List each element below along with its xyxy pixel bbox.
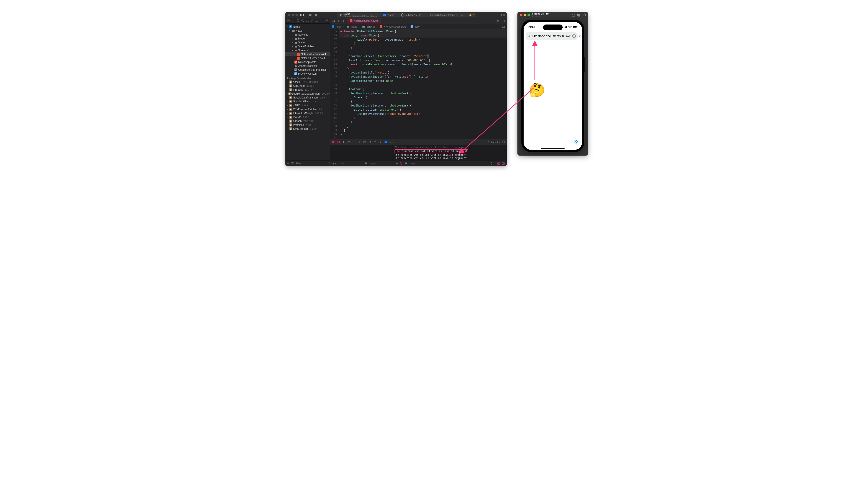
sim-rotate-icon[interactable] bbox=[583, 13, 586, 17]
tree-file-preview[interactable]: ▸◑Preview Content bbox=[285, 72, 330, 76]
reports-navigator-icon[interactable] bbox=[326, 19, 328, 22]
quicklook-icon[interactable] bbox=[341, 162, 344, 165]
debug-navigator-icon[interactable] bbox=[316, 19, 318, 22]
close-dot[interactable] bbox=[288, 14, 290, 16]
debug-view-icon[interactable] bbox=[363, 141, 366, 144]
warnings-indicator[interactable]: 2 bbox=[469, 14, 474, 16]
tree-package[interactable]: ▸▣SwiftProtobuf1.26.0 bbox=[285, 127, 330, 131]
zoom-dot[interactable] bbox=[296, 14, 298, 16]
scheme-activity-bar[interactable]: Notes #1 · Add "Notes for iOS" sample ap… bbox=[337, 13, 476, 17]
source-editor[interactable]: 35extension NotesListScreen: View {36 va… bbox=[330, 29, 507, 139]
tests-navigator-icon[interactable] bbox=[311, 19, 314, 22]
step-into-icon[interactable] bbox=[352, 141, 356, 144]
tree-file-noteslist[interactable]: 𝓢NotesListScreen.swift bbox=[285, 52, 330, 56]
tree-package[interactable]: ▸▣leveldb1.22.5 bbox=[285, 115, 330, 119]
tree-group-notes[interactable]: ▾Notes bbox=[285, 29, 330, 33]
jump-seg[interactable]: Notes bbox=[336, 25, 341, 28]
console-filter-icon[interactable] bbox=[404, 162, 408, 165]
navigator-tree[interactable]: ▾ANotes ▾Notes ▸Services ▸Model ▸Views ▸… bbox=[285, 24, 330, 160]
tree-package[interactable]: ▸▣GoogleDataTransport9.4.0 bbox=[285, 96, 330, 99]
jump-bar[interactable]: Notes〉 Notes〉 Screens〉 NotesListScreen.s… bbox=[330, 24, 507, 29]
debug-panel-right-icon[interactable] bbox=[502, 162, 505, 165]
tree-file-noteedit[interactable]: 𝓢NoteEditScreen.swift bbox=[285, 56, 330, 60]
editor-file-tab[interactable]: NotesListScreen.swift bbox=[347, 18, 381, 24]
tree-file-app[interactable]: 𝓢NotesApp.swift bbox=[285, 60, 330, 64]
console-quicklook-icon[interactable] bbox=[395, 162, 398, 165]
tree-folder-services[interactable]: ▸Services bbox=[285, 33, 330, 37]
find-navigator-icon[interactable] bbox=[301, 19, 304, 22]
related-items-icon[interactable] bbox=[332, 19, 335, 23]
tree-package[interactable]: ▸▣GoogleAppMeasurement10.24.0 bbox=[285, 92, 330, 96]
variables-view[interactable] bbox=[330, 145, 393, 161]
variables-scope[interactable]: Auto ⌄ bbox=[332, 162, 339, 165]
continue-icon[interactable] bbox=[342, 141, 345, 144]
console-types-icon[interactable] bbox=[400, 162, 403, 165]
jump-seg[interactable]: Screens bbox=[367, 25, 375, 28]
tree-folder-views[interactable]: ▸Views bbox=[285, 40, 330, 44]
env-overrides-icon[interactable] bbox=[373, 141, 376, 144]
tree-package[interactable]: ▸▣gRPC1.62.2 bbox=[285, 103, 330, 108]
source-control-navigator-icon[interactable] bbox=[292, 19, 295, 22]
tree-package[interactable]: ▸▣nanopb2.30910.0 bbox=[285, 119, 330, 123]
add-files-icon[interactable] bbox=[287, 161, 289, 165]
tree-folder-screens[interactable]: ▾Screens bbox=[285, 49, 330, 52]
tree-folder-viewmodifiers[interactable]: ▸ViewModifiers bbox=[285, 44, 330, 49]
editor-adjust-icon[interactable] bbox=[496, 19, 499, 23]
tree-package[interactable]: ▸▣GTMSessionFetcher3.4.1 bbox=[285, 108, 330, 111]
library-icon[interactable] bbox=[501, 13, 504, 17]
tree-package[interactable]: ▸▣GoogleUtilities7.13.1 bbox=[285, 99, 330, 103]
location-icon[interactable] bbox=[378, 141, 382, 144]
bookmarks-navigator-icon[interactable] bbox=[297, 19, 299, 22]
console-filter-input[interactable] bbox=[409, 161, 488, 165]
debug-panel-left-icon[interactable] bbox=[497, 162, 500, 165]
minimize-dot[interactable] bbox=[291, 14, 294, 16]
console-output[interactable]: The function was called with an invalid … bbox=[393, 145, 507, 161]
tree-package[interactable]: ▸▣abseil1.2024011601.1 bbox=[285, 80, 330, 84]
trash-icon[interactable] bbox=[490, 162, 493, 165]
cancel-button[interactable]: Cancel bbox=[579, 34, 582, 38]
sim-zoom-dot[interactable] bbox=[527, 14, 530, 16]
tree-file-assets[interactable]: Assets.xcassets bbox=[285, 64, 330, 68]
search-input[interactable] bbox=[532, 34, 571, 38]
tree-file-plist[interactable]: plGoogleService-Info.plist bbox=[285, 68, 330, 72]
search-field[interactable]: ✕ bbox=[526, 32, 578, 40]
breakpoints-navigator-icon[interactable] bbox=[320, 19, 323, 22]
sidebar-left-toggle-icon[interactable] bbox=[300, 13, 304, 17]
nav-back-icon[interactable] bbox=[337, 19, 340, 23]
project-navigator-icon[interactable] bbox=[287, 19, 290, 22]
jump-seg[interactable]: NotesListScreen.swift bbox=[384, 25, 406, 28]
window-traffic-lights[interactable] bbox=[288, 14, 298, 16]
compose-note-icon[interactable] bbox=[574, 140, 578, 145]
variables-filter-input[interactable] bbox=[369, 161, 391, 165]
clear-search-icon[interactable]: ✕ bbox=[572, 34, 576, 38]
pause-icon[interactable] bbox=[337, 141, 340, 144]
tree-project-root[interactable]: ▾ANotes bbox=[285, 25, 330, 29]
add-icon[interactable] bbox=[495, 13, 499, 17]
tree-package[interactable]: ▸▣AppCheck10.19.0 bbox=[285, 84, 330, 88]
jump-seg[interactable]: body bbox=[414, 25, 420, 28]
hide-debug-icon[interactable] bbox=[332, 141, 335, 144]
stop-icon[interactable] bbox=[308, 13, 312, 17]
vars-filter-icon[interactable] bbox=[364, 162, 367, 165]
run-icon[interactable] bbox=[315, 13, 318, 17]
tree-package[interactable]: ▸▣Firebase10.24.0 bbox=[285, 88, 330, 92]
sim-close-dot[interactable] bbox=[520, 14, 522, 16]
tree-folder-model[interactable]: ▸Model bbox=[285, 37, 330, 40]
jump-seg[interactable]: Notes bbox=[351, 25, 357, 28]
debug-process[interactable]: Notes bbox=[384, 141, 394, 143]
editor-options-icon[interactable] bbox=[491, 19, 494, 23]
filter-scope-icon[interactable] bbox=[291, 161, 294, 165]
tree-package[interactable]: ▸▣InteropForGoogle100.0.0 bbox=[285, 111, 330, 115]
navigator-filter-input[interactable] bbox=[296, 161, 326, 165]
memory-graph-icon[interactable] bbox=[368, 141, 371, 144]
step-over-icon[interactable] bbox=[347, 141, 350, 144]
step-out-icon[interactable] bbox=[358, 141, 361, 144]
nav-forward-icon[interactable] bbox=[342, 19, 345, 23]
sim-home-icon[interactable] bbox=[572, 13, 575, 17]
console-metadata-icon[interactable] bbox=[502, 141, 505, 144]
sim-min-dot[interactable] bbox=[524, 14, 526, 16]
issues-navigator-icon[interactable] bbox=[306, 19, 309, 22]
tree-package[interactable]: ▸▣Promises2.4.0 bbox=[285, 123, 330, 127]
sim-screenshot-icon[interactable] bbox=[577, 13, 580, 17]
minimap-icon[interactable] bbox=[502, 25, 505, 28]
